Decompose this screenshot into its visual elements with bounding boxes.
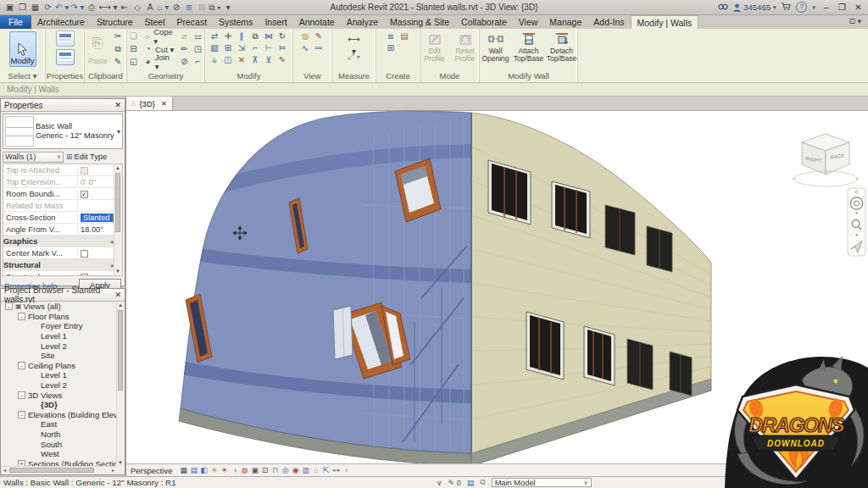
tree-item-level-2[interactable]: Level 2 (2, 341, 116, 351)
temp-view-props-icon[interactable]: ▥ (301, 465, 311, 476)
text-icon[interactable]: A (145, 1, 156, 14)
scale-icon[interactable]: ⇲ (236, 42, 248, 54)
property-section-graphics[interactable]: Graphics▴ (3, 236, 122, 247)
displacement-icon[interactable]: ⇱ (321, 465, 331, 476)
wall-joins-icon[interactable]: ⧄ (178, 30, 191, 42)
sun-path-icon[interactable]: ☀ (209, 465, 220, 476)
ribbon-minimize-icon[interactable]: ⊡ ▾ (842, 15, 868, 29)
project-browser-header[interactable]: Project Browser - Slanted walls.rvt ✕ (1, 289, 125, 302)
trim-corner-icon[interactable]: ⌐ (249, 42, 262, 54)
unpin-icon[interactable]: ⊻ (263, 54, 275, 66)
shadows-icon[interactable]: ◑ (230, 465, 240, 476)
section-icon[interactable]: ⊘ (170, 1, 181, 14)
viewcube[interactable]: RIGHT BACK (792, 134, 860, 186)
apply-coping-icon[interactable]: ⌐ (192, 56, 204, 68)
lock-view-icon[interactable]: ⊓ (270, 465, 281, 476)
offset-icon[interactable]: ∥ (236, 30, 248, 42)
select-panel-label[interactable]: Select ▾ (0, 71, 45, 82)
move-icon[interactable]: ✛ (222, 30, 235, 42)
type-selector[interactable]: Basic Wall Generic - 12" Masonry ▾ (3, 114, 123, 149)
ribbon-tab-add-ins[interactable]: Add-Ins (587, 15, 630, 29)
scale-perspective-label[interactable]: Perspective (131, 466, 173, 475)
remove-paint-icon[interactable]: ⊘ (178, 56, 191, 68)
close-icon[interactable]: ✕ (114, 291, 121, 299)
constraints-icon[interactable]: ⊶ (331, 465, 342, 476)
tree-expander-icon[interactable]: - (18, 391, 25, 399)
unjoin-icon[interactable]: ◳ (192, 43, 204, 55)
aligned-dimension-icon[interactable]: ⇤ (120, 1, 131, 14)
paste-button[interactable]: ⎘ (87, 30, 109, 56)
tree-item-floor-plans[interactable]: -Floor Plans (2, 312, 116, 322)
tree-item-views-all[interactable]: -▣Views (all) (2, 302, 116, 312)
show-crop-icon[interactable]: ⊡ (260, 465, 270, 476)
tree-expander-icon[interactable]: - (18, 362, 25, 369)
split-gap-icon[interactable]: ◫ (222, 54, 235, 66)
cope-button[interactable]: ⌔Cope ▾ (142, 30, 175, 42)
ribbon-tab-file[interactable]: File (0, 15, 31, 29)
close-icon[interactable]: ✕ (114, 101, 121, 109)
detach-top-base-button[interactable]: Detach Top/Base (547, 30, 577, 71)
match-properties-icon[interactable]: ✎ (112, 56, 125, 68)
checkbox[interactable]: ✓ (81, 191, 88, 198)
split-element-icon[interactable]: ⫝ (209, 54, 221, 66)
demolish-icon[interactable]: ⊟ (127, 43, 140, 55)
browser-vscrollbar[interactable]: ▲▼ (116, 302, 125, 467)
ribbon-tab-precast[interactable]: Precast (171, 15, 214, 29)
tree-item-level-1[interactable]: Level 1 (2, 331, 116, 341)
ribbon-tab-insert[interactable]: Insert (259, 15, 292, 29)
pin-icon[interactable]: ⊼ (249, 54, 262, 66)
override-graphics-icon[interactable]: ✎ (313, 30, 326, 42)
properties-palette-header[interactable]: Properties ✕ (1, 99, 125, 112)
copy-icon[interactable]: ⧉ (112, 43, 125, 55)
app-store-icon[interactable] (781, 3, 791, 13)
ribbon-tab-annotate[interactable]: Annotate (293, 15, 341, 29)
help-icon[interactable]: ? (796, 2, 807, 13)
properties-palette-button[interactable] (56, 30, 75, 47)
create-similar-icon[interactable]: ⊞ (385, 42, 398, 54)
account-menu[interactable]: 345465 ▾ (733, 3, 776, 12)
tree-expander-icon[interactable]: - (18, 313, 25, 320)
selection-filter-dropdown[interactable]: Walls (1)∨ (3, 152, 64, 163)
create-group-icon[interactable]: ▤ (398, 30, 411, 42)
cut-icon[interactable]: ✂ (112, 30, 125, 42)
tree-item-west[interactable]: West (2, 449, 116, 459)
tree-item-3d-views[interactable]: -3D Views (2, 390, 116, 400)
beam-joins-icon[interactable]: ⚏ (192, 30, 204, 42)
tree-item-site[interactable]: Site (2, 351, 116, 361)
design-option-dropdown[interactable]: Main Model∨ (492, 478, 592, 487)
visual-style-icon[interactable]: ◧ (199, 465, 209, 476)
file-tabs-icon[interactable]: ▣ (4, 1, 15, 14)
tree-item-foyer-entry[interactable]: Foyer Entry (2, 321, 116, 331)
delete-icon[interactable]: ✕ (236, 54, 248, 66)
crop-view-icon[interactable]: ▣ (250, 465, 260, 476)
ribbon-tab-collaborate[interactable]: Collaborate (455, 15, 513, 29)
redo-icon[interactable]: ↷ ▾ (70, 1, 84, 14)
scale-icon[interactable]: ▦ (179, 465, 189, 476)
save-icon[interactable]: ▦ (30, 1, 41, 14)
hide-elements-icon[interactable]: ◍ (299, 30, 312, 42)
close-button[interactable]: ✕ (853, 3, 864, 12)
edit-type-button[interactable]: ⊞ Edit Type (66, 152, 107, 161)
measure-between-icon[interactable]: ⟷ ▾ (348, 34, 360, 46)
split-face-icon[interactable]: ◱ (127, 56, 140, 68)
tree-expander-icon[interactable]: - (5, 302, 13, 310)
default-3d-view-icon[interactable]: ⌂ ▾ (158, 1, 170, 14)
ribbon-tab-architecture[interactable]: Architecture (31, 15, 91, 29)
tree-item-east[interactable]: East (2, 419, 116, 430)
mirror-axis-icon[interactable]: ⋈ (263, 30, 275, 42)
chevron-down-icon[interactable]: ▾ (117, 128, 120, 136)
paste-aligned-icon[interactable]: ❏ (127, 30, 140, 42)
print-icon[interactable]: ⎙ (86, 1, 97, 14)
sync-with-central-icon[interactable]: ⟳ (42, 1, 53, 14)
ribbon-tab-massing-site[interactable]: Massing & Site (384, 15, 455, 29)
link-icon[interactable]: ⧉ (480, 478, 485, 487)
rotate-icon[interactable]: ↻ (276, 30, 289, 42)
navigation-bar[interactable]: ▾ ▾ (848, 188, 865, 256)
editable-only-icon[interactable]: ✎ 0 (448, 479, 461, 487)
browser-hscrollbar[interactable]: ◂▸ (1, 466, 117, 474)
design-options-icon[interactable]: ▤ (467, 479, 475, 487)
ribbon-tab-systems[interactable]: Systems (213, 15, 259, 29)
temporary-hide-icon[interactable]: ◎ (281, 465, 291, 476)
worksets-icon[interactable]: ∨ (437, 479, 442, 487)
detail-level-icon[interactable]: ▤ (189, 465, 199, 476)
